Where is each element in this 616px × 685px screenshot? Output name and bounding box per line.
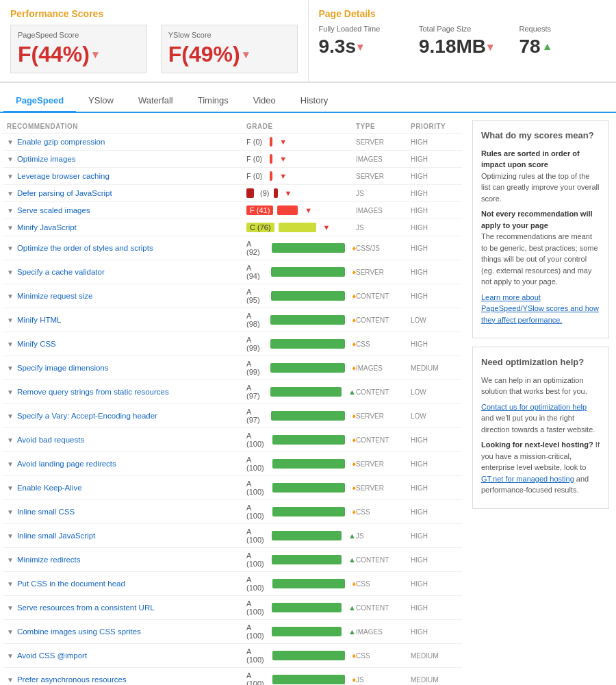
row-arrow: ▼ [7,388,14,396]
grade-bar-fill [272,459,345,469]
grade-icon: ▲ [348,532,356,540]
row-type: SERVER [356,412,411,420]
grade-bar-fill [279,223,316,232]
rec-name[interactable]: ▼ Combine images using CSS sprites [7,627,246,636]
row-priority: HIGH [411,292,459,300]
size-arrow: ▾ [487,40,493,53]
rec-name[interactable]: ▼ Leverage browser caching [7,172,246,180]
sidebar: What do my scores mean? Rules are sorted… [465,120,616,685]
rec-name[interactable]: ▼ Specify a Vary: Accept-Encoding header [7,412,246,420]
rec-name[interactable]: ▼ Inline small CSS [7,508,246,516]
rec-name[interactable]: ▼ Avoid CSS @import [7,651,246,660]
fully-loaded-value: 9.3s ▾ [319,36,406,58]
rec-name[interactable]: ▼ Serve scaled images [7,206,246,214]
grade-bar-fill [271,291,345,301]
row-arrow: ▼ [7,484,14,492]
table-row: ▼ Minify HTML A (98) ♦ CONTENT LOW [3,308,462,332]
table-row: ▼ Minimize request size A (95) ♦ CONTENT… [3,284,462,308]
row-priority: HIGH [411,224,459,232]
grade-bar-fill [272,603,342,612]
row-type: IMAGES [356,207,411,214]
row-type: CSS [356,580,411,588]
row-type: JS [356,532,411,540]
tab-yslow[interactable]: YSlow [76,90,126,113]
col-recommendation: RECOMMENDATION [7,123,246,130]
tabs-bar: PageSpeed YSlow Waterfall Timings Video … [0,90,616,113]
table-row: ▼ Combine images using CSS sprites A (10… [3,620,462,644]
table-row: ▼ Specify a cache validator A (94) ♦ SER… [3,260,462,284]
tab-timings[interactable]: Timings [185,90,241,113]
opt-p1: We can help in an optimization solution … [481,375,600,397]
rec-name[interactable]: ▼ Optimize the order of styles and scrip… [7,244,246,252]
row-arrow: ▼ [7,224,14,232]
contact-link[interactable]: Contact us for optimization help [481,403,587,411]
row-arrow: ▼ [7,412,14,420]
scores-p1-text: Optimizing rules at the top of the list … [481,172,599,203]
learn-more-link[interactable]: Learn more about PageSpeed/YSlow scores … [481,293,599,324]
grade-icon: ▲ [348,556,356,564]
scores-header: Performance Scores PageSpeed Score F(44%… [0,0,616,83]
rec-name[interactable]: ▼ Avoid landing page redirects [7,460,246,468]
grade-bar: (9) ▼ [246,188,356,198]
rec-name[interactable]: ▼ Defer parsing of JavaScript [7,189,246,197]
rec-name[interactable]: ▼ Avoid bad requests [7,436,246,444]
table-row: ▼ Specify a Vary: Accept-Encoding header… [3,404,462,428]
tab-video[interactable]: Video [241,90,288,113]
table-row: ▼ Serve resources from a consistent URL … [3,596,462,620]
grade-bar: F (41) ▼ [246,206,356,215]
row-priority: HIGH [411,556,459,564]
fully-loaded-box: Fully Loaded Time 9.3s ▾ [319,25,406,58]
row-priority: MEDIUM [411,652,459,660]
total-size-box: Total Page Size 9.18MB ▾ [419,25,506,58]
row-type: CSS [356,652,411,660]
rec-name[interactable]: ▼ Minimize request size [7,292,246,300]
page-details-title: Page Details [319,8,606,19]
rec-name[interactable]: ▼ Specify image dimensions [7,364,246,372]
grade-bar: A (92) ♦ [246,240,356,256]
row-priority: HIGH [411,532,459,540]
yslow-value: F(49%) ▾ [168,42,290,67]
pagespeed-score-box: PageSpeed Score F(44%) ▾ [10,25,147,73]
grade-bar: A (100) ♦ [246,575,356,592]
grade-bar: A (100) ♦ [246,671,356,685]
grade-bar-fill [272,651,345,660]
pagespeed-arrow: ▾ [92,48,98,61]
rec-name[interactable]: ▼ Enable gzip compression [7,138,246,146]
rec-name[interactable]: ▼ Put CSS in the document head [7,580,246,588]
rec-name[interactable]: ▼ Minimize redirects [7,556,246,564]
table-row: ▼ Inline small CSS A (100) ♦ CSS HIGH [3,500,462,524]
row-priority: HIGH [411,269,459,276]
rec-name[interactable]: ▼ Specify a cache validator [7,268,246,276]
table-row: ▼ Prefer asynchronous resources A (100) … [3,668,462,685]
row-priority: HIGH [411,436,459,444]
rec-name[interactable]: ▼ Remove query strings from static resou… [7,388,246,396]
tab-waterfall[interactable]: Waterfall [126,90,185,113]
rec-name[interactable]: ▼ Minify HTML [7,316,246,324]
row-priority: HIGH [411,340,459,348]
scores-p2-text: The recommendations are meant to be gene… [481,232,598,286]
grade-bar-fill [272,675,345,684]
rec-name[interactable]: ▼ Prefer asynchronous resources [7,675,246,684]
table-row: ▼ Optimize images F (0) ▼ IMAGES HIGH [3,151,462,168]
row-arrow: ▼ [7,580,14,588]
grade-bar: A (100) ▲ [246,527,356,544]
grade-bar: A (98) ♦ [246,312,356,328]
gtnet-link[interactable]: GT.net for managed hosting [481,475,574,483]
rec-name[interactable]: ▼ Enable Keep-Alive [7,484,246,492]
rec-name[interactable]: ▼ Minify JavaScript [7,223,246,232]
rec-name[interactable]: ▼ Optimize images [7,155,246,163]
row-type: JS [356,676,411,684]
scores-link: Learn more about PageSpeed/YSlow scores … [481,292,600,326]
row-arrow: ▼ [7,245,14,252]
rec-name[interactable]: ▼ Minify CSS [7,340,246,348]
rec-name[interactable]: ▼ Inline small JavaScript [7,532,246,540]
tab-history[interactable]: History [288,90,340,113]
grade-bar: A (100) ▲ [246,599,356,616]
col-type: TYPE [356,123,411,130]
grade-bar: A (100) ♦ [246,647,356,664]
row-priority: LOW [411,316,459,324]
grade-bar-fill [270,387,342,397]
tab-pagespeed[interactable]: PageSpeed [3,90,76,113]
grade-icon: ▼ [323,223,331,232]
rec-name[interactable]: ▼ Serve resources from a consistent URL [7,603,246,612]
